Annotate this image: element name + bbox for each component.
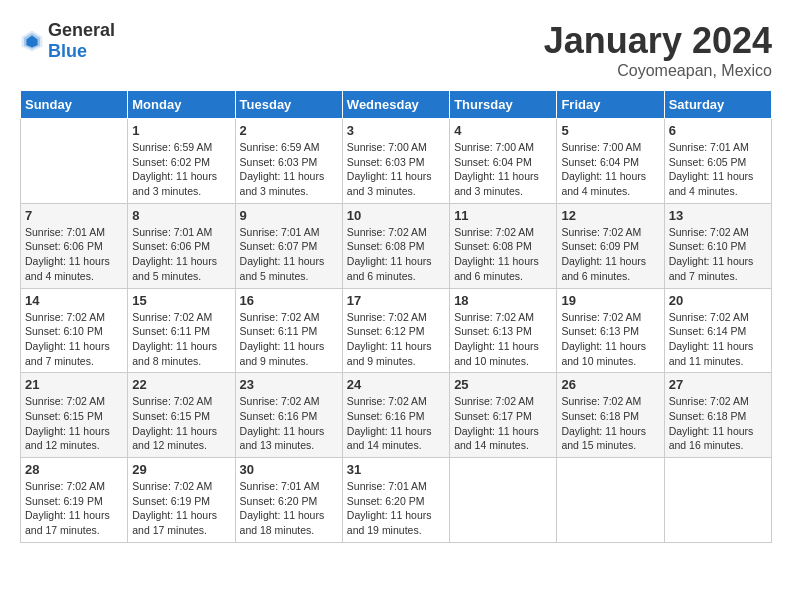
day-number: 25 (454, 377, 552, 392)
day-info: Sunrise: 7:02 AMSunset: 6:09 PMDaylight:… (561, 225, 659, 284)
logo-text-blue: Blue (48, 41, 87, 61)
calendar-cell: 24Sunrise: 7:02 AMSunset: 6:16 PMDayligh… (342, 373, 449, 458)
weekday-header-saturday: Saturday (664, 91, 771, 119)
calendar-cell: 30Sunrise: 7:01 AMSunset: 6:20 PMDayligh… (235, 458, 342, 543)
calendar-cell (557, 458, 664, 543)
day-info: Sunrise: 7:00 AMSunset: 6:03 PMDaylight:… (347, 140, 445, 199)
calendar-cell: 21Sunrise: 7:02 AMSunset: 6:15 PMDayligh… (21, 373, 128, 458)
weekday-header-monday: Monday (128, 91, 235, 119)
calendar-cell: 28Sunrise: 7:02 AMSunset: 6:19 PMDayligh… (21, 458, 128, 543)
calendar-cell (21, 119, 128, 204)
weekday-header-tuesday: Tuesday (235, 91, 342, 119)
day-info: Sunrise: 6:59 AMSunset: 6:02 PMDaylight:… (132, 140, 230, 199)
week-row-2: 7Sunrise: 7:01 AMSunset: 6:06 PMDaylight… (21, 203, 772, 288)
day-number: 29 (132, 462, 230, 477)
day-number: 12 (561, 208, 659, 223)
calendar-cell: 17Sunrise: 7:02 AMSunset: 6:12 PMDayligh… (342, 288, 449, 373)
day-info: Sunrise: 7:02 AMSunset: 6:11 PMDaylight:… (240, 310, 338, 369)
day-number: 28 (25, 462, 123, 477)
day-info: Sunrise: 7:02 AMSunset: 6:18 PMDaylight:… (561, 394, 659, 453)
day-number: 26 (561, 377, 659, 392)
day-info: Sunrise: 7:01 AMSunset: 6:07 PMDaylight:… (240, 225, 338, 284)
day-info: Sunrise: 7:01 AMSunset: 6:06 PMDaylight:… (132, 225, 230, 284)
location-title: Coyomeapan, Mexico (544, 62, 772, 80)
calendar-cell: 20Sunrise: 7:02 AMSunset: 6:14 PMDayligh… (664, 288, 771, 373)
day-number: 31 (347, 462, 445, 477)
day-number: 21 (25, 377, 123, 392)
day-info: Sunrise: 7:02 AMSunset: 6:19 PMDaylight:… (25, 479, 123, 538)
day-number: 22 (132, 377, 230, 392)
day-number: 15 (132, 293, 230, 308)
calendar-cell: 7Sunrise: 7:01 AMSunset: 6:06 PMDaylight… (21, 203, 128, 288)
weekday-header-friday: Friday (557, 91, 664, 119)
day-info: Sunrise: 7:02 AMSunset: 6:08 PMDaylight:… (454, 225, 552, 284)
day-info: Sunrise: 6:59 AMSunset: 6:03 PMDaylight:… (240, 140, 338, 199)
day-number: 23 (240, 377, 338, 392)
day-number: 5 (561, 123, 659, 138)
day-info: Sunrise: 7:02 AMSunset: 6:15 PMDaylight:… (132, 394, 230, 453)
calendar-cell: 9Sunrise: 7:01 AMSunset: 6:07 PMDaylight… (235, 203, 342, 288)
calendar-cell: 23Sunrise: 7:02 AMSunset: 6:16 PMDayligh… (235, 373, 342, 458)
calendar-cell: 31Sunrise: 7:01 AMSunset: 6:20 PMDayligh… (342, 458, 449, 543)
week-row-3: 14Sunrise: 7:02 AMSunset: 6:10 PMDayligh… (21, 288, 772, 373)
calendar-cell: 8Sunrise: 7:01 AMSunset: 6:06 PMDaylight… (128, 203, 235, 288)
calendar-cell: 11Sunrise: 7:02 AMSunset: 6:08 PMDayligh… (450, 203, 557, 288)
calendar-cell: 13Sunrise: 7:02 AMSunset: 6:10 PMDayligh… (664, 203, 771, 288)
day-number: 11 (454, 208, 552, 223)
weekday-header-row: SundayMondayTuesdayWednesdayThursdayFrid… (21, 91, 772, 119)
day-number: 8 (132, 208, 230, 223)
logo: General Blue (20, 20, 115, 62)
weekday-header-wednesday: Wednesday (342, 91, 449, 119)
day-number: 2 (240, 123, 338, 138)
calendar-cell: 10Sunrise: 7:02 AMSunset: 6:08 PMDayligh… (342, 203, 449, 288)
day-number: 4 (454, 123, 552, 138)
day-info: Sunrise: 7:02 AMSunset: 6:10 PMDaylight:… (25, 310, 123, 369)
week-row-1: 1Sunrise: 6:59 AMSunset: 6:02 PMDaylight… (21, 119, 772, 204)
day-info: Sunrise: 7:02 AMSunset: 6:19 PMDaylight:… (132, 479, 230, 538)
day-number: 30 (240, 462, 338, 477)
calendar-cell: 1Sunrise: 6:59 AMSunset: 6:02 PMDaylight… (128, 119, 235, 204)
calendar-cell: 22Sunrise: 7:02 AMSunset: 6:15 PMDayligh… (128, 373, 235, 458)
day-info: Sunrise: 7:02 AMSunset: 6:16 PMDaylight:… (347, 394, 445, 453)
day-info: Sunrise: 7:02 AMSunset: 6:16 PMDaylight:… (240, 394, 338, 453)
day-info: Sunrise: 7:02 AMSunset: 6:14 PMDaylight:… (669, 310, 767, 369)
calendar-cell: 26Sunrise: 7:02 AMSunset: 6:18 PMDayligh… (557, 373, 664, 458)
day-info: Sunrise: 7:02 AMSunset: 6:18 PMDaylight:… (669, 394, 767, 453)
calendar-cell: 4Sunrise: 7:00 AMSunset: 6:04 PMDaylight… (450, 119, 557, 204)
calendar-table: SundayMondayTuesdayWednesdayThursdayFrid… (20, 90, 772, 543)
day-info: Sunrise: 7:02 AMSunset: 6:10 PMDaylight:… (669, 225, 767, 284)
calendar-cell: 6Sunrise: 7:01 AMSunset: 6:05 PMDaylight… (664, 119, 771, 204)
day-info: Sunrise: 7:01 AMSunset: 6:20 PMDaylight:… (240, 479, 338, 538)
week-row-4: 21Sunrise: 7:02 AMSunset: 6:15 PMDayligh… (21, 373, 772, 458)
day-number: 14 (25, 293, 123, 308)
logo-text-general: General (48, 20, 115, 40)
day-number: 13 (669, 208, 767, 223)
calendar-cell: 18Sunrise: 7:02 AMSunset: 6:13 PMDayligh… (450, 288, 557, 373)
calendar-cell: 29Sunrise: 7:02 AMSunset: 6:19 PMDayligh… (128, 458, 235, 543)
weekday-header-sunday: Sunday (21, 91, 128, 119)
calendar-cell: 25Sunrise: 7:02 AMSunset: 6:17 PMDayligh… (450, 373, 557, 458)
day-info: Sunrise: 7:02 AMSunset: 6:13 PMDaylight:… (454, 310, 552, 369)
calendar-cell: 5Sunrise: 7:00 AMSunset: 6:04 PMDaylight… (557, 119, 664, 204)
month-title: January 2024 (544, 20, 772, 62)
day-number: 17 (347, 293, 445, 308)
calendar-cell (664, 458, 771, 543)
day-number: 27 (669, 377, 767, 392)
day-info: Sunrise: 7:02 AMSunset: 6:12 PMDaylight:… (347, 310, 445, 369)
day-info: Sunrise: 7:00 AMSunset: 6:04 PMDaylight:… (454, 140, 552, 199)
day-number: 19 (561, 293, 659, 308)
day-number: 1 (132, 123, 230, 138)
day-number: 18 (454, 293, 552, 308)
day-info: Sunrise: 7:01 AMSunset: 6:20 PMDaylight:… (347, 479, 445, 538)
day-info: Sunrise: 7:02 AMSunset: 6:11 PMDaylight:… (132, 310, 230, 369)
day-number: 24 (347, 377, 445, 392)
page-header: General Blue January 2024 Coyomeapan, Me… (20, 20, 772, 80)
week-row-5: 28Sunrise: 7:02 AMSunset: 6:19 PMDayligh… (21, 458, 772, 543)
calendar-cell: 14Sunrise: 7:02 AMSunset: 6:10 PMDayligh… (21, 288, 128, 373)
calendar-cell: 12Sunrise: 7:02 AMSunset: 6:09 PMDayligh… (557, 203, 664, 288)
day-info: Sunrise: 7:02 AMSunset: 6:17 PMDaylight:… (454, 394, 552, 453)
day-info: Sunrise: 7:01 AMSunset: 6:05 PMDaylight:… (669, 140, 767, 199)
calendar-cell: 3Sunrise: 7:00 AMSunset: 6:03 PMDaylight… (342, 119, 449, 204)
day-number: 7 (25, 208, 123, 223)
weekday-header-thursday: Thursday (450, 91, 557, 119)
